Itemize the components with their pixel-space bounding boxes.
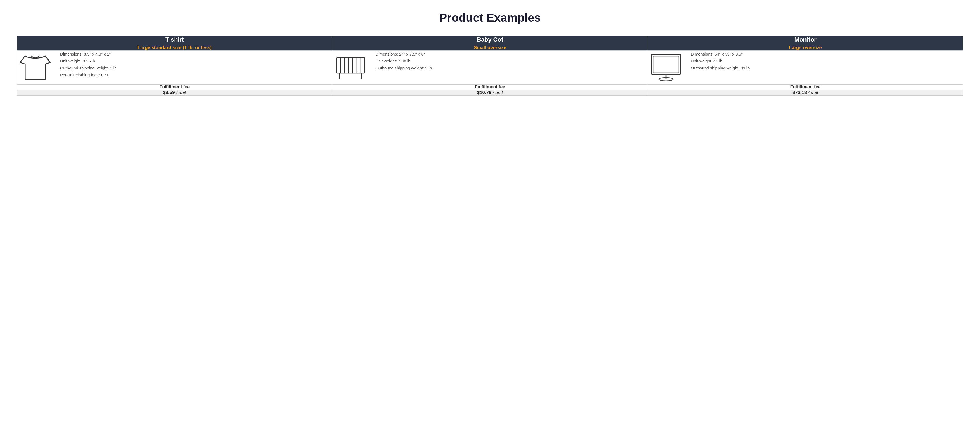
monitor-shipping-weight: Outbound shipping weight: 49 lb. [691,65,751,72]
tshirt-fee-unit: / unit [176,90,186,95]
fee-label-row: Fulfillment fee Fulfillment fee Fulfillm… [17,84,963,90]
tshirt-category: Large standard size (1 lb. or less) [17,45,332,51]
tshirt-fee-price: $3.59 / unit [163,90,186,95]
monitor-dimensions: Dimensions: 54" x 35" x 3.5" [691,51,751,58]
monitor-fee-label: Fulfillment fee [648,84,963,90]
tshirt-fee-amount: $3.59 [163,90,175,95]
babycot-name: Baby Cot [332,36,648,43]
monitor-weight: Unit weight: 41 lb. [691,58,751,65]
header-tshirt: T-shirt Large standard size (1 lb. or le… [17,36,332,51]
tshirt-details: Dimensions: 8.5" x 4.8" x 1" Unit weight… [60,51,118,79]
babycot-details: Dimensions: 24" x 7.5" x 6" Unit weight:… [375,51,433,72]
header-babycot: Baby Cot Small oversize [332,36,648,51]
product-info-row: Dimensions: 8.5" x 4.8" x 1" Unit weight… [17,51,963,84]
monitor-fee-amount: $73.18 [792,90,807,95]
babycot-fee-unit: / unit [493,90,503,95]
page-title: Product Examples [17,11,963,25]
babycot-dimensions: Dimensions: 24" x 7.5" x 6" [375,51,433,58]
tshirt-dimensions: Dimensions: 8.5" x 4.8" x 1" [60,51,118,58]
babycot-weight: Unit weight: 7.90 lb. [375,58,433,65]
monitor-info-cell: Dimensions: 54" x 35" x 3.5" Unit weight… [648,51,963,84]
tshirt-shipping-weight: Outbound shipping weight: 1 lb. [60,65,118,72]
header-row: T-shirt Large standard size (1 lb. or le… [17,36,963,51]
header-monitor: Monitor Large oversize [648,36,963,51]
babycot-info-cell: Dimensions: 24" x 7.5" x 6" Unit weight:… [332,51,648,84]
babycot-shipping-weight: Outbound shipping weight: 9 lb. [375,65,433,72]
babycot-icon [332,51,369,84]
svg-rect-9 [651,54,681,74]
tshirt-info-cell: Dimensions: 8.5" x 4.8" x 1" Unit weight… [17,51,332,84]
monitor-fee-unit: / unit [808,90,818,95]
monitor-fee-price: $73.18 / unit [792,90,818,95]
product-examples-table: T-shirt Large standard size (1 lb. or le… [17,36,963,96]
tshirt-fee-value: $3.59 / unit [17,90,332,96]
tshirt-icon [17,51,53,84]
fee-value-row: $3.59 / unit $10.79 / unit $73.18 / unit [17,90,963,96]
babycot-fee-value: $10.79 / unit [332,90,648,96]
tshirt-fee-label: Fulfillment fee [17,84,332,90]
babycot-fee-amount: $10.79 [477,90,492,95]
monitor-name: Monitor [648,36,963,43]
tshirt-name: T-shirt [17,36,332,43]
svg-rect-10 [653,56,679,73]
tshirt-weight: Unit weight: 0.35 lb. [60,58,118,65]
monitor-fee-value: $73.18 / unit [648,90,963,96]
monitor-icon [648,51,684,84]
tshirt-extra: Per-unit clothing fee: $0.40 [60,72,118,79]
babycot-category: Small oversize [332,45,648,51]
monitor-category: Large oversize [648,45,963,51]
monitor-details: Dimensions: 54" x 35" x 3.5" Unit weight… [691,51,751,72]
babycot-fee-price: $10.79 / unit [477,90,503,95]
babycot-fee-label: Fulfillment fee [332,84,648,90]
